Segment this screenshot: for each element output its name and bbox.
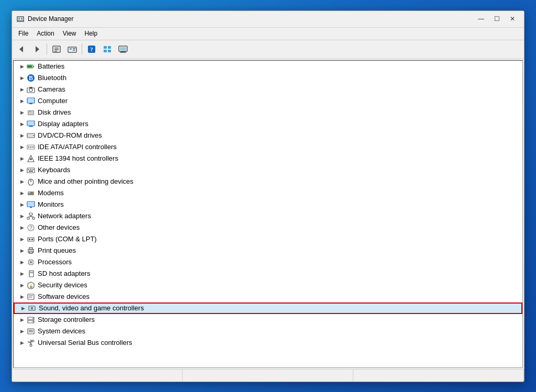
tree-item-label: Computer [38, 97, 68, 105]
status-segment-1 [12, 369, 183, 382]
tree-item-icon-network [26, 211, 36, 221]
status-bar [12, 369, 524, 382]
tree-item-display-adapters[interactable]: ▶Display adapters [14, 118, 522, 130]
tree-item-label: DVD/CD-ROM drives [38, 131, 102, 139]
close-button[interactable]: ✕ [505, 13, 520, 25]
tree-item-icon-sd [26, 269, 36, 278]
tree-item-sound--video-and-game-controllers[interactable]: ▶Sound, video and game controllers [14, 303, 522, 314]
tree-item-other-devices[interactable]: ▶?Other devices [14, 222, 522, 233]
tree-chevron[interactable]: ▶ [18, 327, 26, 335]
tree-chevron[interactable]: ▶ [18, 189, 26, 197]
menu-action[interactable]: Action [32, 29, 58, 38]
tree-chevron[interactable]: ▶ [18, 212, 26, 220]
tree-item-print-queues[interactable]: ▶Print queues [14, 245, 522, 256]
tree-item-sd-host-adapters[interactable]: ▶SD host adapters [14, 268, 522, 279]
maximize-button[interactable]: ☐ [489, 13, 504, 25]
tree-chevron[interactable]: ▶ [18, 270, 26, 278]
tree-chevron[interactable]: ▶ [18, 74, 26, 82]
tree-chevron[interactable]: ▶ [18, 62, 26, 71]
svg-point-102 [32, 318, 34, 319]
device-manager-window: Device Manager — ☐ ✕ File Action View He… [12, 10, 524, 382]
forward-button[interactable] [30, 42, 44, 57]
properties-button[interactable] [49, 42, 64, 57]
tree-item-modems[interactable]: ▶Modems [14, 187, 522, 199]
svg-point-49 [30, 158, 32, 160]
tree-item-icon-monitor [26, 200, 36, 209]
menu-view[interactable]: View [59, 29, 81, 38]
update-button[interactable] [65, 42, 80, 57]
tree-chevron[interactable]: ▶ [18, 108, 26, 117]
tree-item-ide-ata-atapi-controllers[interactable]: ▶IDE ATA/ATAPI controllers [14, 141, 522, 153]
tree-item-label: SD host adapters [38, 270, 90, 277]
tree-chevron[interactable]: ▶ [18, 223, 26, 232]
tree-item-keyboards[interactable]: ▶Keyboards [14, 164, 522, 176]
tree-item-monitors[interactable]: ▶Monitors [14, 199, 522, 210]
tree-item-network-adapters[interactable]: ▶Network adapters [14, 210, 522, 222]
tree-chevron[interactable]: ▶ [18, 281, 26, 289]
svg-rect-10 [68, 47, 76, 52]
tree-chevron[interactable]: ▶ [18, 247, 26, 255]
tree-item-processors[interactable]: ▶Processors [14, 256, 522, 268]
tree-item-storage-controllers[interactable]: ▶Storage controllers [14, 314, 522, 326]
minimize-button[interactable]: — [474, 13, 488, 25]
tree-chevron[interactable]: ▶ [18, 143, 26, 151]
svg-point-61 [33, 193, 34, 194]
tree-item-system-devices[interactable]: ▶System devices [14, 326, 522, 337]
tree-chevron[interactable]: ▶ [18, 131, 26, 140]
tree-chevron[interactable]: ▶ [18, 166, 26, 174]
svg-point-57 [30, 181, 31, 182]
tree-item-bluetooth[interactable]: ▶BBluetooth [14, 72, 522, 84]
svg-rect-0 [17, 17, 24, 21]
svg-rect-106 [29, 331, 33, 332]
display-button[interactable] [116, 42, 130, 57]
svg-text:🔒: 🔒 [29, 284, 34, 288]
tree-chevron[interactable]: ▶ [18, 154, 26, 163]
back-button[interactable] [14, 42, 29, 57]
svg-rect-8 [54, 49, 59, 50]
device-tree[interactable]: ▶Batteries▶BBluetooth▶Cameras▶Computer▶D… [13, 60, 523, 368]
title-bar-icon [16, 15, 25, 23]
svg-rect-43 [28, 134, 33, 137]
menu-help[interactable]: Help [81, 29, 102, 38]
tree-chevron[interactable]: ▶ [18, 120, 26, 128]
menu-file[interactable]: File [14, 29, 32, 38]
svg-rect-34 [29, 103, 32, 104]
tree-item-mice-and-other-pointing-devices[interactable]: ▶Mice and other pointing devices [14, 176, 522, 187]
tree-item-icon-other: ? [26, 223, 36, 232]
svg-point-110 [30, 344, 32, 346]
tree-item-computer[interactable]: ▶Computer [14, 95, 522, 107]
tree-chevron[interactable]: ▶ [18, 293, 26, 301]
tree-item-security-devices[interactable]: ▶🔒Security devices [14, 279, 522, 291]
svg-rect-73 [28, 238, 34, 241]
tree-chevron[interactable]: ▶ [18, 316, 26, 324]
tree-item-dvd-cd-rom-drives[interactable]: ▶DVD/CD-ROM drives [14, 130, 522, 141]
view-button[interactable] [100, 42, 115, 57]
tree-item-universal-serial-bus-controllers[interactable]: ▶Universal Serial Bus controllers [14, 337, 522, 349]
tree-item-disk-drives[interactable]: ▶Disk drives [14, 107, 522, 118]
tree-item-label: IDE ATA/ATAPI controllers [38, 143, 117, 151]
tree-item-label: Disk drives [38, 108, 71, 116]
tree-chevron[interactable]: ▶ [18, 235, 26, 243]
tree-item-batteries[interactable]: ▶Batteries [14, 61, 522, 72]
svg-rect-9 [54, 51, 57, 52]
tree-item-software-devices[interactable]: ▶Software devices [14, 291, 522, 303]
tree-chevron[interactable]: ▶ [18, 177, 26, 186]
tree-item-icon-keyboard [26, 165, 36, 175]
tree-chevron[interactable]: ▶ [18, 85, 26, 94]
tree-chevron[interactable]: ▶ [18, 97, 26, 105]
tree-chevron[interactable]: ▶ [18, 200, 26, 209]
tree-chevron[interactable]: ▶ [18, 339, 26, 347]
help-icon-button[interactable]: ? [84, 42, 99, 57]
tree-item-ports--com---lpt-[interactable]: ▶Ports (COM & LPT) [14, 233, 522, 245]
svg-point-103 [32, 321, 34, 322]
tree-item-ieee------host-controllers[interactable]: ▶IEEE 1394 host controllers [14, 153, 522, 164]
svg-rect-23 [120, 47, 126, 50]
tree-item-cameras[interactable]: ▶Cameras [14, 84, 522, 95]
tree-chevron[interactable]: ▶ [19, 304, 27, 312]
svg-rect-18 [104, 50, 107, 52]
tree-item-icon-display [26, 119, 36, 129]
tree-item-icon-disk [26, 108, 36, 117]
status-segment-3 [353, 369, 524, 382]
svg-text:B: B [29, 74, 33, 82]
tree-chevron[interactable]: ▶ [18, 258, 26, 266]
